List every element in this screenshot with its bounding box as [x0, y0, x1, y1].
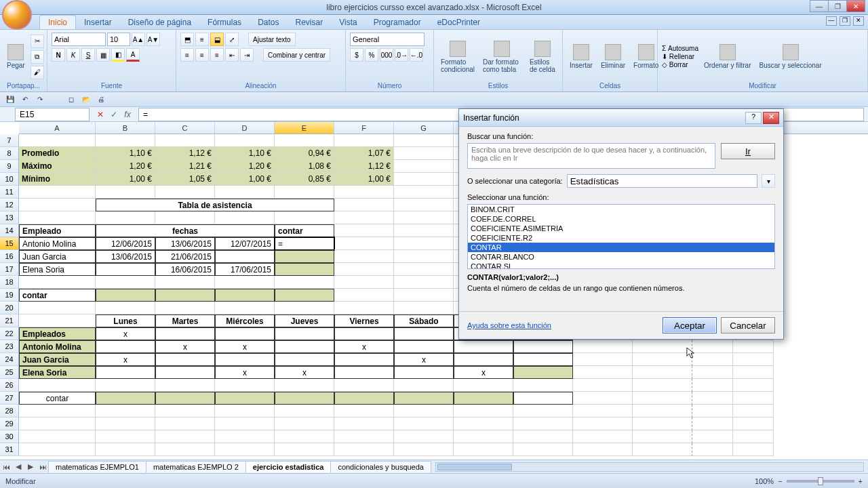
- office-button[interactable]: [2, 0, 32, 30]
- cell-D16[interactable]: [215, 250, 275, 263]
- cell-G18[interactable]: [394, 276, 454, 289]
- cell-I31[interactable]: [513, 443, 573, 456]
- cell-G19[interactable]: [394, 289, 454, 302]
- cell-G20[interactable]: [394, 302, 454, 314]
- wrap-text-button[interactable]: Ajustar texto: [248, 33, 296, 46]
- cell-B20[interactable]: [96, 302, 155, 314]
- tab-vista[interactable]: Vista: [331, 16, 365, 29]
- cell-C13[interactable]: [155, 211, 215, 224]
- cell-F8[interactable]: 1,07 €: [334, 147, 394, 160]
- cell-C9[interactable]: 1,21 €: [155, 160, 215, 173]
- align-top-button[interactable]: ⬒: [180, 33, 194, 46]
- cell-E24[interactable]: [275, 353, 334, 366]
- cell-A28[interactable]: [19, 405, 96, 418]
- cell-E16[interactable]: [275, 250, 334, 263]
- cell-F9[interactable]: 1,12 €: [334, 160, 394, 173]
- cell-H23[interactable]: [454, 340, 513, 353]
- cell-M25[interactable]: [733, 366, 774, 379]
- cell-B30[interactable]: [96, 430, 155, 443]
- row-header-19[interactable]: 19: [0, 289, 19, 302]
- align-center-button[interactable]: ≡: [195, 48, 209, 62]
- enter-formula-button[interactable]: ✓: [107, 108, 121, 121]
- cell-A11[interactable]: [19, 186, 96, 199]
- cell-D25[interactable]: x: [215, 366, 275, 379]
- cell-C18[interactable]: [155, 276, 215, 289]
- cell-F29[interactable]: [334, 418, 394, 430]
- cell-E29[interactable]: [275, 418, 334, 430]
- row-header-9[interactable]: 9: [0, 160, 19, 173]
- cell-C25[interactable]: [155, 366, 215, 379]
- cell-I24[interactable]: [513, 353, 573, 366]
- cell-D24[interactable]: [215, 353, 275, 366]
- cell-G28[interactable]: [394, 405, 454, 418]
- cell-G14[interactable]: [394, 224, 454, 237]
- cell-G31[interactable]: [394, 443, 454, 456]
- cell-A30[interactable]: [19, 430, 96, 443]
- last-sheet-button[interactable]: ⏭: [37, 462, 48, 472]
- autosum-button[interactable]: Σ Autosuma: [662, 45, 698, 52]
- increase-decimal-button[interactable]: .0→: [395, 48, 408, 62]
- cell-K26[interactable]: [633, 379, 692, 392]
- cell-F12[interactable]: [334, 199, 394, 211]
- cell-E23[interactable]: [275, 340, 334, 353]
- row-header-26[interactable]: 26: [0, 379, 19, 392]
- cell-C31[interactable]: [155, 443, 215, 456]
- cell-I26[interactable]: [513, 379, 573, 392]
- cell-G16[interactable]: [394, 250, 454, 263]
- cell-B16[interactable]: 13/06/2015: [96, 250, 155, 263]
- cell-H28[interactable]: [454, 405, 513, 418]
- cell-A18[interactable]: [19, 276, 96, 289]
- cell-F18[interactable]: [334, 276, 394, 289]
- name-box[interactable]: [15, 108, 90, 121]
- cell-C21[interactable]: Martes: [155, 314, 215, 327]
- cell-E9[interactable]: 1,08 €: [275, 160, 334, 173]
- cell-A12[interactable]: [19, 199, 96, 211]
- format-as-table-button[interactable]: Dar formato como tabla: [480, 39, 524, 75]
- zoom-slider[interactable]: [787, 480, 854, 483]
- row-header-8[interactable]: 8: [0, 147, 19, 160]
- delete-cells-button[interactable]: Eliminar: [598, 43, 628, 70]
- shrink-font-button[interactable]: A▼: [146, 33, 160, 46]
- cell-K23[interactable]: [633, 340, 692, 353]
- cell-F23[interactable]: x: [334, 340, 394, 353]
- cell-J23[interactable]: [573, 340, 633, 353]
- cell-D7[interactable]: [215, 134, 275, 147]
- cell-G24[interactable]: x: [394, 353, 454, 366]
- cell-G30[interactable]: [394, 430, 454, 443]
- tab-revisar[interactable]: Revisar: [287, 16, 331, 29]
- cell-E20[interactable]: [275, 302, 334, 314]
- find-select-button[interactable]: Buscar y seleccionar: [756, 43, 824, 70]
- cell-B9[interactable]: 1,20 €: [96, 160, 155, 173]
- number-format-select[interactable]: [350, 33, 425, 46]
- cell-F7[interactable]: [334, 134, 394, 147]
- cell-A23[interactable]: Antonio Molina: [19, 340, 96, 353]
- row-header-10[interactable]: 10: [0, 173, 19, 186]
- decrease-indent-button[interactable]: ⇤: [225, 48, 239, 62]
- function-item[interactable]: COEF.DE.CORREL: [468, 214, 774, 224]
- row-header-22[interactable]: 22: [0, 327, 19, 340]
- cell-J26[interactable]: [573, 379, 633, 392]
- cell-C10[interactable]: 1,05 €: [155, 173, 215, 186]
- cell-E22[interactable]: [275, 327, 334, 340]
- cell-M24[interactable]: [733, 353, 774, 366]
- cell-K24[interactable]: [633, 353, 692, 366]
- cell-E18[interactable]: [275, 276, 334, 289]
- function-item[interactable]: COEFICIENTE.ASIMETRIA: [468, 224, 774, 233]
- cell-L23[interactable]: [692, 340, 733, 353]
- col-header-C[interactable]: C: [155, 122, 215, 134]
- cell-E7[interactable]: [275, 134, 334, 147]
- cell-A17[interactable]: Elena Soria: [19, 263, 96, 276]
- cell-B23[interactable]: [96, 340, 155, 353]
- cell-G11[interactable]: [394, 186, 454, 199]
- sheet-tab-2[interactable]: ejercicio estadistica: [245, 461, 332, 472]
- font-size-input[interactable]: [107, 33, 130, 46]
- merge-center-button[interactable]: Combinar y centrar: [263, 48, 330, 62]
- cell-L26[interactable]: [692, 379, 733, 392]
- sheet-tab-3[interactable]: condicionales y busqueda: [330, 461, 431, 472]
- align-bottom-button[interactable]: ⬓: [210, 33, 224, 46]
- cell-G22[interactable]: [394, 327, 454, 340]
- cell-F22[interactable]: [334, 327, 394, 340]
- cell-H25[interactable]: x: [454, 366, 513, 379]
- dialog-close-button[interactable]: ✕: [763, 112, 779, 124]
- cell-C7[interactable]: [155, 134, 215, 147]
